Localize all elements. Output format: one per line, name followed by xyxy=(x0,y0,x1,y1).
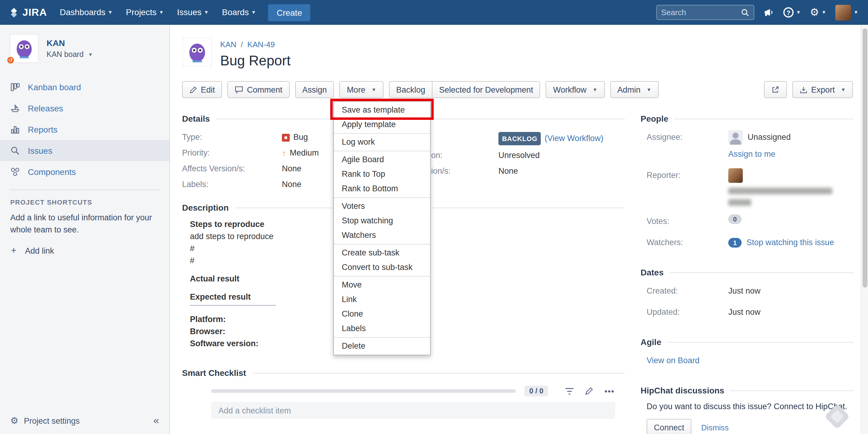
user-avatar xyxy=(835,4,851,20)
nav-projects[interactable]: Projects▼ xyxy=(119,0,170,25)
ellipsis-icon[interactable]: ••• xyxy=(604,386,615,396)
share-button[interactable] xyxy=(764,81,787,98)
chevron-down-icon: ▼ xyxy=(841,87,846,92)
priority-medium-icon: ↑ xyxy=(282,148,286,158)
sidebar-item-kanban-board[interactable]: Kanban board xyxy=(0,76,169,97)
menu-group: Agile Board Rank to Top Rank to Bottom xyxy=(334,151,430,197)
checklist-progress-count: 0 / 0 xyxy=(524,385,548,397)
sidebar-item-releases[interactable]: Releases xyxy=(0,97,169,119)
filter-icon[interactable] xyxy=(565,387,574,395)
view-workflow-link[interactable]: (View Workflow) xyxy=(545,133,603,144)
nav-boards[interactable]: Boards▼ xyxy=(215,0,263,25)
assign-button[interactable]: Assign xyxy=(295,81,334,98)
assign-to-me-row: Assign to me xyxy=(641,147,854,162)
workflow-button[interactable]: Workflow▼ xyxy=(546,81,604,98)
votes-badge[interactable]: 0 xyxy=(728,214,742,224)
status-row: Status: BACKLOG (View Workflow) xyxy=(402,132,625,145)
menu-item-voters[interactable]: Voters xyxy=(334,199,430,214)
collapse-sidebar-icon[interactable]: « xyxy=(153,415,159,427)
issue-main: KAN / KAN-49 Bug Report Edit Comment xyxy=(170,25,861,434)
menu-item-rank-to-bottom[interactable]: Rank to Bottom xyxy=(334,181,430,196)
help-icon: ? xyxy=(783,7,794,18)
workflow-transition-group: Backlog Selected for Development xyxy=(389,81,540,98)
hipchat-dismiss-link[interactable]: Dismiss xyxy=(701,423,729,432)
selected-for-development-button[interactable]: Selected for Development xyxy=(432,81,540,98)
view-on-board-link[interactable]: View on Board xyxy=(647,353,700,368)
jira-logo-text: JIRA xyxy=(22,6,47,19)
menu-item-move[interactable]: Move xyxy=(334,278,430,292)
details-right-column: Status: BACKLOG (View Workflow) Resoluti… xyxy=(402,132,625,181)
bug-type-icon xyxy=(282,134,290,141)
project-sidebar: ↺ KAN KAN board ▼ Kanban board xyxy=(0,25,170,434)
menu-item-create-sub-task[interactable]: Create sub-task xyxy=(334,246,430,260)
board-switcher[interactable]: KAN board ▼ xyxy=(46,50,93,59)
menu-item-log-work[interactable]: Log work xyxy=(334,135,430,149)
plus-icon: + xyxy=(11,247,17,255)
chevron-down-icon: ▼ xyxy=(592,87,597,92)
menu-item-clone[interactable]: Clone xyxy=(334,307,430,321)
menu-item-apply-template[interactable]: Apply template xyxy=(334,117,430,132)
menu-item-convert-to-sub-task[interactable]: Convert to sub-task xyxy=(334,260,430,275)
assignee-row: Assignee: Unassigned xyxy=(641,130,854,145)
add-checklist-item-input[interactable] xyxy=(211,402,615,419)
nav-issues[interactable]: Issues▼ xyxy=(170,0,215,25)
assign-to-me-link[interactable]: Assign to me xyxy=(728,147,775,162)
add-link-button[interactable]: + Add link xyxy=(0,238,169,264)
project-header: ↺ KAN KAN board ▼ xyxy=(0,25,169,71)
menu-item-agile-board[interactable]: Agile Board xyxy=(334,152,430,167)
create-button[interactable]: Create xyxy=(268,4,311,21)
chevron-down-icon: ▼ xyxy=(251,0,256,25)
hipchat-prompt: Do you want to discuss this issue? Conne… xyxy=(647,402,854,411)
stop-watching-link[interactable]: Stop watching this issue xyxy=(746,235,834,250)
unassigned-avatar xyxy=(728,130,743,145)
backlog-transition-button[interactable]: Backlog xyxy=(389,81,433,98)
breadcrumb-issue-link[interactable]: KAN-49 xyxy=(247,40,275,49)
menu-item-stop-watching[interactable]: Stop watching xyxy=(334,214,430,228)
menu-group: Log work xyxy=(334,133,430,151)
share-icon xyxy=(771,85,780,94)
menu-item-watchers[interactable]: Watchers xyxy=(334,228,430,243)
hipchat-connect-button[interactable]: Connect xyxy=(647,419,692,434)
nav-dashboards[interactable]: Dashboards▼ xyxy=(53,0,119,25)
menu-item-delete[interactable]: Delete xyxy=(334,339,430,353)
votes-row: Votes: 0 xyxy=(641,214,854,229)
menu-item-labels[interactable]: Labels xyxy=(334,321,430,336)
jira-logo-icon xyxy=(8,7,19,18)
watchers-row: Watchers: 1 Stop watching this issue xyxy=(641,235,854,250)
menu-item-rank-to-top[interactable]: Rank to Top xyxy=(334,167,430,181)
feedback-megaphone-icon[interactable] xyxy=(763,7,774,17)
gear-icon: ⚙ xyxy=(810,7,819,18)
user-menu[interactable]: ▼ xyxy=(835,4,858,20)
edit-button[interactable]: Edit xyxy=(182,81,222,98)
admin-button[interactable]: Admin▼ xyxy=(610,81,658,98)
scrollbar-thumb[interactable] xyxy=(863,28,867,288)
top-navigation-bar: JIRA Dashboards▼ Projects▼ Issues▼ Board… xyxy=(0,0,868,25)
export-button[interactable]: Export▼ xyxy=(793,81,853,98)
jira-logo[interactable]: JIRA xyxy=(0,6,53,19)
reporter-name-redacted xyxy=(728,199,751,206)
ship-icon xyxy=(10,103,20,113)
menu-group: Delete xyxy=(334,337,430,355)
sidebar-item-reports[interactable]: Reports xyxy=(0,119,169,140)
pencil-icon xyxy=(189,86,197,93)
comment-button[interactable]: Comment xyxy=(228,81,290,98)
sidebar-footer: ⚙ Project settings « xyxy=(0,407,169,434)
breadcrumb-project-link[interactable]: KAN xyxy=(220,40,236,49)
help-menu[interactable]: ? ▼ xyxy=(783,7,801,18)
pencil-icon[interactable] xyxy=(585,387,594,395)
sidebar-item-components[interactable]: Components xyxy=(0,161,169,182)
sidebar-divider xyxy=(10,190,160,190)
project-settings-button[interactable]: Project settings xyxy=(24,416,80,425)
menu-item-save-as-template[interactable]: Save as template xyxy=(334,103,430,117)
reporter-avatar xyxy=(728,168,743,183)
chevron-down-icon: ▼ xyxy=(822,10,826,15)
sidebar-item-issues[interactable]: Issues xyxy=(0,140,169,161)
settings-menu[interactable]: ⚙ ▼ xyxy=(810,7,826,18)
hipchat-heading: HipChat discussions xyxy=(641,385,854,395)
menu-item-link[interactable]: Link xyxy=(334,292,430,307)
search-input[interactable] xyxy=(661,8,741,17)
checklist-progress-bar xyxy=(211,389,516,393)
global-search[interactable] xyxy=(656,5,754,20)
watchers-badge[interactable]: 1 xyxy=(728,238,742,248)
more-button[interactable]: More▼ xyxy=(340,81,383,98)
